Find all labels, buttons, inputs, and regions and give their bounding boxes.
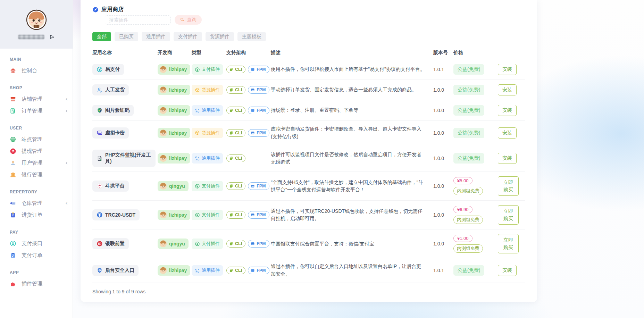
sidebar-item-plugin-manage[interactable]: 插件管理 <box>0 278 73 290</box>
nav-item-label: 银行管理 <box>22 171 42 178</box>
sidebar-item-console[interactable]: 控制台 <box>0 65 73 76</box>
arch-badge-fpm: FPM <box>248 182 269 190</box>
price-cell: ¥5.00 内测组免费 <box>453 177 498 195</box>
arch-badge-fpm: FPM <box>248 240 269 248</box>
app-version: 1.0.0 <box>433 108 453 113</box>
arch-badge-fpm: FPM <box>248 267 269 274</box>
pay-order-icon <box>10 252 16 259</box>
general-plugin-icon <box>195 156 200 161</box>
column-header: 类型 <box>192 50 226 56</box>
install-button[interactable]: 安装 <box>498 64 517 75</box>
cube-icon <box>195 130 200 135</box>
shield-check-icon <box>97 107 103 114</box>
yen-circle-icon <box>10 240 16 247</box>
main-content: 应用商店 查询 全部已购买通用插件支付插件货源插件主题模板 应用名称开发商类型支… <box>73 0 644 318</box>
withdraw-icon <box>10 148 16 154</box>
rows-summary: Showing 1 to 9 of 9 rows <box>92 289 145 294</box>
price-note-badge: 内测组免费 <box>453 244 483 253</box>
app-description: 通过本插件，你可以自定义后台入口地址以及设置白名单IP，让后台更加安全。 <box>271 263 433 278</box>
install-button[interactable]: 安装 <box>498 105 517 116</box>
install-button[interactable]: 安装 <box>498 127 517 139</box>
install-button[interactable]: 安装 <box>498 84 517 95</box>
install-button[interactable]: 安装 <box>498 265 517 276</box>
nav-item-label: 支付订单 <box>22 252 42 259</box>
type-badge: 支付插件 <box>192 64 223 75</box>
sidebar-item-shop-manage[interactable]: 店铺管理‹ <box>0 93 73 105</box>
developer-name: lizhipay <box>169 156 187 161</box>
table-footer: Showing 1 to 9 of 9 rows <box>92 283 525 302</box>
price-cell: 公益(免费) <box>453 128 498 138</box>
sidebar-item-withdraw-manage[interactable]: 提现管理 <box>0 145 73 157</box>
developer-name: lizhipay <box>169 130 187 136</box>
sidebar-item-purchase-order[interactable]: 进货订单 <box>0 209 73 221</box>
logout-icon[interactable] <box>49 34 55 40</box>
table-row: 图片验证码lizhipay通用插件CLIFPM持场景：登录、注册、重置密码、下单… <box>92 100 525 120</box>
app-name: TRC20-USDT <box>105 212 135 218</box>
arch-cell: CLIFPM <box>226 240 271 248</box>
nav-item-label: 订单管理 <box>22 108 42 114</box>
developer-name: lizhipay <box>169 212 187 218</box>
price-amount-badge: ¥6.90 <box>453 206 472 213</box>
file-monitor-icon <box>97 155 103 161</box>
card-header: 应用商店 <box>92 0 525 13</box>
chevron-left-icon: ‹ <box>65 108 68 114</box>
app-name: 后台安全入口 <box>105 267 134 274</box>
arch-cell: CLIFPM <box>226 107 271 114</box>
app-name: PHP文件监视(开发工具) <box>105 152 151 165</box>
table-row: PHP文件监视(开发工具)lizhipay通用插件CLI该插件可以监视项目文件是… <box>92 145 525 171</box>
yen-green-icon <box>195 184 200 189</box>
price-cell: 公益(免费) <box>453 64 498 75</box>
developer-name: lizhipay <box>169 87 187 93</box>
app-description: 持场景：登录、注册、重置密码、下单等 <box>271 107 433 114</box>
query-button[interactable]: 查询 <box>175 15 202 25</box>
buy-button[interactable]: 立即购买 <box>498 234 519 253</box>
sidebar-item-site-manage[interactable]: 站点管理 <box>0 133 73 145</box>
arch-badge-fpm: FPM <box>248 66 269 73</box>
nav-item-label: 插件管理 <box>22 281 42 287</box>
nav-section-label: MAIN <box>10 57 73 62</box>
filter-tab[interactable]: 主题模板 <box>237 32 266 41</box>
app-version: 1.0.1 <box>433 268 453 273</box>
developer-name: lizhipay <box>169 268 187 273</box>
nav-item-label: 进货订单 <box>22 212 42 218</box>
warehouse-icon <box>10 200 16 207</box>
price-free-badge: 公益(免费) <box>453 105 484 116</box>
search-input[interactable] <box>105 15 171 25</box>
sidebar-item-pay-order[interactable]: 支付订单 <box>0 249 73 261</box>
install-button[interactable]: 安装 <box>498 153 517 164</box>
app-version: 1.0.0 <box>433 212 453 218</box>
developer-avatar-icon <box>159 240 167 248</box>
yen-teal-icon <box>97 66 103 73</box>
filter-tab[interactable]: 货源插件 <box>206 32 234 41</box>
developer-avatar-icon <box>159 211 167 219</box>
buy-button[interactable]: 立即购买 <box>498 176 519 196</box>
type-badge: 通用插件 <box>192 265 223 276</box>
filter-tab[interactable]: 通用插件 <box>142 32 170 41</box>
table-row: 易支付lizhipay支付插件CLIFPM使用本插件，你可以轻松接入市面上所有基… <box>92 59 525 80</box>
sidebar-item-pay-api[interactable]: 支付接口 <box>0 237 73 249</box>
sidebar-item-order-manage[interactable]: 订单管理‹ <box>0 105 73 117</box>
sidebar-item-warehouse-manage[interactable]: 仓库管理‹ <box>0 197 73 209</box>
yen-green-icon <box>195 212 200 218</box>
app-name-badge: TRC20-USDT <box>92 209 140 220</box>
type-badge: 货源插件 <box>192 85 223 95</box>
buy-button[interactable]: 立即购买 <box>498 205 519 225</box>
filter-tab[interactable]: 支付插件 <box>174 32 202 41</box>
arch-badge-cli: CLI <box>226 267 245 274</box>
filter-tab[interactable]: 已购买 <box>115 32 138 41</box>
yen-green-icon <box>195 67 200 72</box>
developer-badge: qingyu <box>158 238 189 249</box>
app-version: 1.0.0 <box>433 130 453 136</box>
filter-tab[interactable]: 全部 <box>92 32 111 41</box>
price-cell: 公益(免费) <box>453 105 498 116</box>
app-name-badge: 虚拟卡密 <box>92 127 129 139</box>
developer-avatar-icon <box>159 107 167 114</box>
table-row: 后台安全入口lizhipay通用插件CLIFPM通过本插件，你可以自定义后台入口… <box>92 258 525 282</box>
developer-name: qingyu <box>169 241 185 246</box>
nav-item-label: 控制台 <box>22 67 37 74</box>
sidebar-item-user-manage[interactable]: 用户管理‹ <box>0 157 73 169</box>
table-row: 银联前置qingyu支付插件CLIFPM中国银联支付综合前置平台，支持：微信/支… <box>92 229 525 258</box>
developer-badge: qingyu <box>158 181 189 191</box>
sidebar-item-bank-manage[interactable]: 银行管理 <box>0 169 73 181</box>
app-name-badge: 后台安全入口 <box>92 265 139 276</box>
